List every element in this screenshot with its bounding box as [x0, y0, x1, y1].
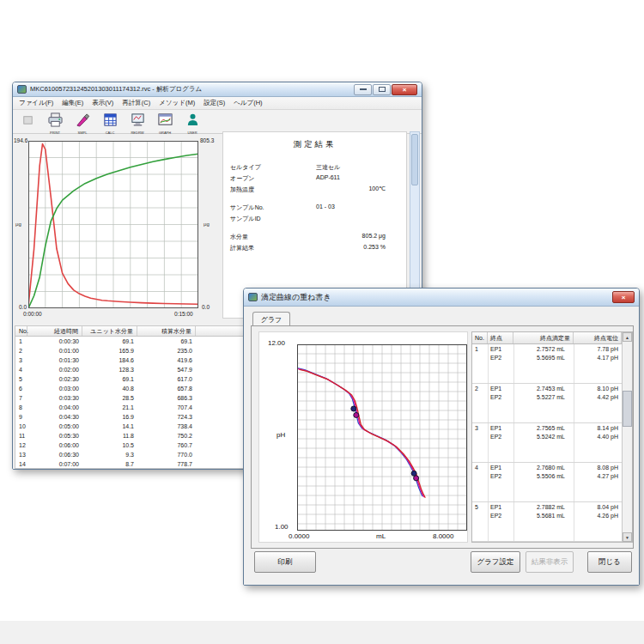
- endpoint-table: No.終点終点滴定量終点電位1EP12.7572 mL7.78 pHEP25.5…: [471, 331, 633, 543]
- column-header[interactable]: 終点: [488, 332, 513, 343]
- toolbar-redraw-button[interactable]: REDRW: [126, 112, 149, 133]
- endpoint-group[interactable]: 4EP12.7680 mL8.08 pHEP25.5506 mL4.27 pH: [472, 463, 622, 502]
- toolbar-calc-button[interactable]: CALC: [99, 112, 121, 133]
- endpoint-header-row: No.終点終点滴定量終点電位: [472, 332, 632, 344]
- column-header[interactable]: No.: [472, 332, 488, 343]
- endpoint-volume: 2.7680 mL: [537, 465, 565, 471]
- result-field: 水分量805.2 μg: [230, 233, 398, 242]
- table-cell: 707.4: [137, 404, 196, 410]
- menu-item-3[interactable]: 再計算(C): [118, 98, 155, 108]
- toolbar-graph-button[interactable]: GRAPH: [154, 112, 176, 133]
- menu-item-6[interactable]: ヘルプ(H): [229, 98, 266, 108]
- result-field-label: 加熱温度: [230, 185, 254, 194]
- table-cell: 617.0: [137, 376, 196, 382]
- result-field-value: 805.2 μg: [362, 233, 386, 239]
- table-cell: 12: [15, 442, 27, 448]
- endpoint-scrollbar[interactable]: ▲▼: [622, 332, 632, 542]
- column-header[interactable]: 終点滴定量: [513, 332, 574, 343]
- back-window-titlebar[interactable]: MKC610057231245201303011174312.rvc - 解析プ…: [13, 82, 422, 97]
- scroll-down-icon[interactable]: ▼: [623, 532, 632, 542]
- column-header[interactable]: 終点電位: [574, 332, 622, 343]
- overlay-body: グラフ 12.00 1.00 pH 0.0000 mL 8.0000 No.終点…: [244, 307, 639, 585]
- scrollbar-thumb[interactable]: [411, 134, 418, 185]
- table-cell: 40.8: [82, 386, 137, 392]
- moisture-chart-plot: [28, 141, 198, 308]
- window-controls: ×: [354, 84, 417, 95]
- front-window-titlebar[interactable]: 滴定曲線の重ね書き ×: [244, 289, 639, 307]
- table-cell: 14.1: [82, 423, 137, 429]
- table-cell: 10: [15, 423, 27, 429]
- table-cell: 686.3: [137, 395, 196, 401]
- ml-axis-label: mL: [376, 532, 386, 540]
- toolbar-user-button[interactable]: USER: [181, 112, 204, 133]
- table-cell: 10.5: [82, 442, 137, 448]
- print-button[interactable]: 印刷: [254, 551, 316, 573]
- ph-axis-max: 12.00: [268, 339, 285, 347]
- graph-tabpage: 12.00 1.00 pH 0.0000 mL 8.0000 No.終点終点滴定…: [251, 325, 634, 549]
- table-cell: 0:03:00: [27, 386, 82, 392]
- result-field: セルタイプ三連セル: [230, 163, 398, 173]
- column-header[interactable]: 経過時間: [27, 326, 82, 336]
- result-title: 測定結果: [223, 139, 406, 150]
- ml-axis-end: 8.0000: [433, 532, 453, 540]
- result-field-value: 0.253 %: [363, 244, 386, 250]
- minimize-button[interactable]: [354, 84, 372, 95]
- endpoint-row: EP25.5506 mL4.27 pH: [472, 473, 622, 482]
- endpoint-row: EP12.7453 mL8.10 pH: [472, 386, 622, 394]
- menu-item-0[interactable]: ファイル(F): [15, 98, 58, 108]
- endpoint-potential: 4.17 pH: [597, 355, 618, 361]
- table-cell: 4: [15, 367, 27, 373]
- x-axis-start: 0:00:00: [23, 311, 42, 317]
- menu-item-4[interactable]: メソッド(M): [155, 98, 199, 108]
- menu-item-2[interactable]: 表示(V): [88, 98, 118, 108]
- table-cell: 8.7: [82, 461, 137, 467]
- table-cell: 0:04:30: [27, 414, 82, 420]
- result-field: 加熱温度100℃: [230, 185, 398, 195]
- column-header[interactable]: 積算水分量: [137, 326, 196, 336]
- front-window-controls: ×: [612, 291, 635, 303]
- endpoint-row: EP25.5227 mL4.42 pH: [472, 394, 622, 403]
- table-cell: 9.3: [82, 452, 137, 458]
- graph-settings-button[interactable]: グラフ設定: [471, 551, 520, 573]
- tab-graph[interactable]: グラフ: [252, 312, 290, 326]
- endpoint-group[interactable]: 2EP12.7453 mL8.10 pHEP25.5227 mL4.42 pH: [472, 384, 622, 423]
- menu-item-1[interactable]: 編集(E): [58, 98, 88, 108]
- front-close-button[interactable]: ×: [612, 291, 635, 303]
- table-cell: 0:04:00: [27, 404, 82, 410]
- result-field-label: 水分量: [230, 233, 248, 241]
- scroll-up-icon[interactable]: ▲: [623, 332, 632, 342]
- endpoint-potential: 4.26 pH: [597, 513, 618, 519]
- table-cell: 128.3: [82, 367, 137, 373]
- maximize-button[interactable]: [373, 84, 391, 95]
- scrollbar-thumb[interactable]: [623, 391, 632, 427]
- hide-results-button[interactable]: 結果非表示: [526, 551, 574, 573]
- endpoint-potential: 4.40 pH: [597, 434, 618, 440]
- toolbar-print-button[interactable]: PRINT: [44, 112, 66, 133]
- right-axis-min: 0.0: [202, 304, 210, 310]
- ph-axis-min: 1.00: [275, 523, 289, 531]
- toolbar-sample-button[interactable]: SMPL: [71, 112, 94, 133]
- column-header[interactable]: No.: [15, 326, 27, 336]
- close-dialog-button[interactable]: 閉じる: [587, 551, 632, 573]
- sample-icon: [76, 112, 90, 131]
- table-cell: 165.9: [82, 348, 137, 354]
- column-header[interactable]: ユニット水分量: [82, 326, 137, 336]
- endpoint-group[interactable]: 5EP12.7882 mL8.04 pHEP25.5681 mL4.26 pH: [472, 502, 622, 542]
- close-button[interactable]: ×: [392, 84, 417, 95]
- endpoint-row: EP12.7565 mL8.14 pH: [472, 425, 622, 434]
- table-cell: 21.1: [82, 404, 137, 410]
- file-icon: [21, 112, 35, 131]
- result-field-value: 01 - 03: [316, 204, 335, 210]
- endpoint-potential: 4.27 pH: [597, 473, 618, 479]
- result-field-label: セルタイプ: [230, 163, 261, 172]
- toolbar-file-button[interactable]: [16, 112, 39, 133]
- endpoint-group[interactable]: 3EP12.7565 mL8.14 pHEP25.5242 mL4.40 pH: [472, 423, 622, 463]
- right-axis-unit: μg: [204, 222, 210, 227]
- endpoint-row: EP12.7572 mL7.78 pH: [472, 346, 622, 355]
- table-cell: 547.9: [137, 367, 196, 373]
- titration-chart: [297, 344, 467, 531]
- ph-axis-label: pH: [276, 431, 285, 439]
- calc-icon: [103, 112, 118, 131]
- menu-item-5[interactable]: 設定(S): [199, 98, 229, 108]
- endpoint-group[interactable]: 1EP12.7572 mL7.78 pHEP25.5695 mL4.17 pH: [472, 344, 622, 384]
